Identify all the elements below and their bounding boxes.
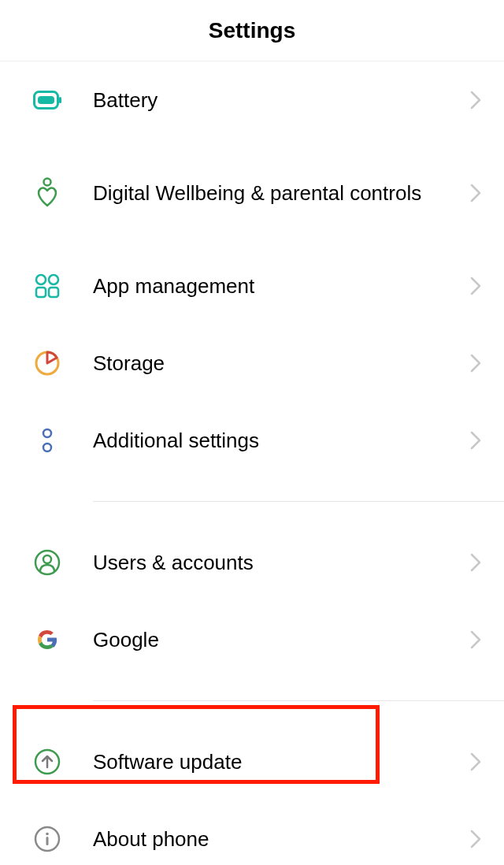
svg-rect-2 bbox=[38, 96, 54, 104]
group-gap bbox=[0, 701, 504, 723]
user-icon bbox=[32, 549, 63, 576]
header: Settings bbox=[0, 0, 504, 61]
info-icon bbox=[32, 826, 63, 852]
chevron-right-icon bbox=[466, 184, 485, 202]
svg-rect-1 bbox=[59, 97, 61, 103]
settings-item-label: Battery bbox=[93, 87, 466, 113]
settings-item-users-accounts[interactable]: Users & accounts bbox=[0, 524, 504, 601]
chevron-right-icon bbox=[466, 91, 485, 110]
settings-item-software-update[interactable]: Software update bbox=[0, 723, 504, 800]
settings-item-label: Software update bbox=[93, 749, 466, 775]
svg-rect-7 bbox=[49, 288, 58, 297]
svg-point-5 bbox=[49, 275, 58, 284]
svg-point-3 bbox=[44, 179, 51, 186]
google-icon bbox=[32, 627, 63, 652]
battery-icon bbox=[32, 91, 63, 110]
chevron-right-icon bbox=[466, 830, 485, 848]
page-title: Settings bbox=[209, 18, 295, 43]
settings-item-label: Additional settings bbox=[93, 428, 466, 454]
storage-icon bbox=[32, 350, 63, 377]
chevron-right-icon bbox=[466, 431, 485, 450]
more-icon bbox=[32, 427, 63, 454]
group-gap bbox=[0, 678, 504, 700]
update-icon bbox=[32, 748, 63, 775]
settings-item-label: App management bbox=[93, 273, 466, 299]
svg-point-10 bbox=[43, 444, 51, 451]
svg-point-15 bbox=[46, 833, 49, 836]
settings-item-additional[interactable]: Additional settings bbox=[0, 402, 504, 479]
settings-item-label: Users & accounts bbox=[93, 550, 466, 576]
chevron-right-icon bbox=[466, 752, 485, 771]
chevron-right-icon bbox=[466, 277, 485, 295]
wellbeing-icon bbox=[32, 177, 63, 209]
settings-item-storage[interactable]: Storage bbox=[0, 325, 504, 402]
svg-rect-6 bbox=[36, 288, 46, 297]
svg-point-4 bbox=[36, 275, 46, 284]
group-gap bbox=[0, 479, 504, 501]
chevron-right-icon bbox=[466, 630, 485, 649]
settings-item-battery[interactable]: Battery bbox=[0, 61, 504, 139]
settings-item-label: Storage bbox=[93, 351, 466, 377]
settings-item-digital-wellbeing[interactable]: Digital Wellbeing & parental controls bbox=[0, 139, 504, 247]
settings-item-about-phone[interactable]: About phone bbox=[0, 800, 504, 865]
settings-item-label: Google bbox=[93, 627, 466, 653]
svg-point-9 bbox=[43, 429, 51, 437]
svg-rect-16 bbox=[46, 837, 49, 845]
settings-list: Battery Digital Wellbeing & parental con… bbox=[0, 61, 504, 865]
settings-item-google[interactable]: Google bbox=[0, 601, 504, 678]
chevron-right-icon bbox=[466, 553, 485, 572]
apps-icon bbox=[32, 273, 63, 299]
group-gap bbox=[0, 502, 504, 524]
settings-item-label: About phone bbox=[93, 826, 466, 852]
settings-item-app-management[interactable]: App management bbox=[0, 247, 504, 325]
svg-point-12 bbox=[43, 555, 51, 563]
chevron-right-icon bbox=[466, 354, 485, 373]
settings-item-label: Digital Wellbeing & parental controls bbox=[93, 180, 466, 206]
